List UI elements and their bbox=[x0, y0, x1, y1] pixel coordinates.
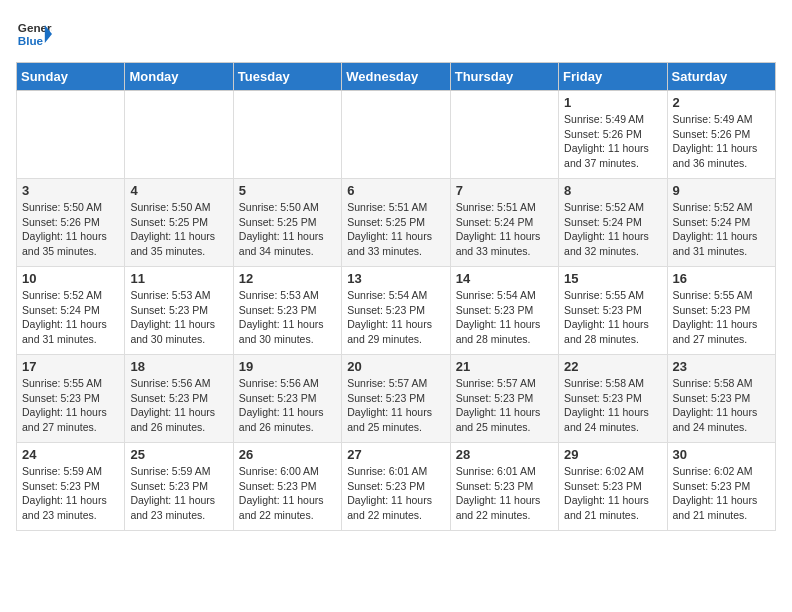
weekday-header-monday: Monday bbox=[125, 63, 233, 91]
day-info: Sunrise: 6:00 AM Sunset: 5:23 PM Dayligh… bbox=[239, 464, 336, 523]
day-number: 4 bbox=[130, 183, 227, 198]
day-number: 30 bbox=[673, 447, 770, 462]
day-info: Sunrise: 5:56 AM Sunset: 5:23 PM Dayligh… bbox=[130, 376, 227, 435]
calendar-cell: 19Sunrise: 5:56 AM Sunset: 5:23 PM Dayli… bbox=[233, 355, 341, 443]
day-number: 21 bbox=[456, 359, 553, 374]
day-info: Sunrise: 5:52 AM Sunset: 5:24 PM Dayligh… bbox=[564, 200, 661, 259]
weekday-header-thursday: Thursday bbox=[450, 63, 558, 91]
day-info: Sunrise: 5:50 AM Sunset: 5:25 PM Dayligh… bbox=[239, 200, 336, 259]
day-number: 22 bbox=[564, 359, 661, 374]
day-info: Sunrise: 5:51 AM Sunset: 5:24 PM Dayligh… bbox=[456, 200, 553, 259]
day-number: 25 bbox=[130, 447, 227, 462]
day-info: Sunrise: 5:57 AM Sunset: 5:23 PM Dayligh… bbox=[456, 376, 553, 435]
day-info: Sunrise: 5:59 AM Sunset: 5:23 PM Dayligh… bbox=[22, 464, 119, 523]
day-info: Sunrise: 5:49 AM Sunset: 5:26 PM Dayligh… bbox=[564, 112, 661, 171]
weekday-header-wednesday: Wednesday bbox=[342, 63, 450, 91]
day-info: Sunrise: 5:54 AM Sunset: 5:23 PM Dayligh… bbox=[456, 288, 553, 347]
logo: General Blue bbox=[16, 16, 52, 52]
day-number: 7 bbox=[456, 183, 553, 198]
day-info: Sunrise: 5:50 AM Sunset: 5:26 PM Dayligh… bbox=[22, 200, 119, 259]
day-number: 23 bbox=[673, 359, 770, 374]
calendar-cell: 4Sunrise: 5:50 AM Sunset: 5:25 PM Daylig… bbox=[125, 179, 233, 267]
calendar-cell: 16Sunrise: 5:55 AM Sunset: 5:23 PM Dayli… bbox=[667, 267, 775, 355]
calendar-cell bbox=[233, 91, 341, 179]
day-info: Sunrise: 5:53 AM Sunset: 5:23 PM Dayligh… bbox=[239, 288, 336, 347]
day-info: Sunrise: 5:54 AM Sunset: 5:23 PM Dayligh… bbox=[347, 288, 444, 347]
day-info: Sunrise: 6:02 AM Sunset: 5:23 PM Dayligh… bbox=[564, 464, 661, 523]
calendar-cell: 10Sunrise: 5:52 AM Sunset: 5:24 PM Dayli… bbox=[17, 267, 125, 355]
calendar-cell: 7Sunrise: 5:51 AM Sunset: 5:24 PM Daylig… bbox=[450, 179, 558, 267]
logo-icon: General Blue bbox=[16, 16, 52, 52]
day-info: Sunrise: 5:57 AM Sunset: 5:23 PM Dayligh… bbox=[347, 376, 444, 435]
calendar-cell: 18Sunrise: 5:56 AM Sunset: 5:23 PM Dayli… bbox=[125, 355, 233, 443]
calendar-cell bbox=[125, 91, 233, 179]
day-number: 19 bbox=[239, 359, 336, 374]
day-info: Sunrise: 6:01 AM Sunset: 5:23 PM Dayligh… bbox=[347, 464, 444, 523]
day-info: Sunrise: 5:53 AM Sunset: 5:23 PM Dayligh… bbox=[130, 288, 227, 347]
day-number: 20 bbox=[347, 359, 444, 374]
day-info: Sunrise: 5:58 AM Sunset: 5:23 PM Dayligh… bbox=[673, 376, 770, 435]
weekday-header-saturday: Saturday bbox=[667, 63, 775, 91]
calendar-cell: 13Sunrise: 5:54 AM Sunset: 5:23 PM Dayli… bbox=[342, 267, 450, 355]
calendar: SundayMondayTuesdayWednesdayThursdayFrid… bbox=[16, 62, 776, 531]
calendar-cell: 28Sunrise: 6:01 AM Sunset: 5:23 PM Dayli… bbox=[450, 443, 558, 531]
calendar-cell: 17Sunrise: 5:55 AM Sunset: 5:23 PM Dayli… bbox=[17, 355, 125, 443]
day-number: 18 bbox=[130, 359, 227, 374]
calendar-cell: 8Sunrise: 5:52 AM Sunset: 5:24 PM Daylig… bbox=[559, 179, 667, 267]
day-info: Sunrise: 5:55 AM Sunset: 5:23 PM Dayligh… bbox=[564, 288, 661, 347]
calendar-cell bbox=[450, 91, 558, 179]
day-number: 12 bbox=[239, 271, 336, 286]
day-info: Sunrise: 5:55 AM Sunset: 5:23 PM Dayligh… bbox=[22, 376, 119, 435]
day-number: 24 bbox=[22, 447, 119, 462]
day-info: Sunrise: 5:49 AM Sunset: 5:26 PM Dayligh… bbox=[673, 112, 770, 171]
calendar-cell: 11Sunrise: 5:53 AM Sunset: 5:23 PM Dayli… bbox=[125, 267, 233, 355]
weekday-header-sunday: Sunday bbox=[17, 63, 125, 91]
day-number: 2 bbox=[673, 95, 770, 110]
calendar-cell: 6Sunrise: 5:51 AM Sunset: 5:25 PM Daylig… bbox=[342, 179, 450, 267]
day-info: Sunrise: 5:52 AM Sunset: 5:24 PM Dayligh… bbox=[673, 200, 770, 259]
day-number: 10 bbox=[22, 271, 119, 286]
calendar-cell: 14Sunrise: 5:54 AM Sunset: 5:23 PM Dayli… bbox=[450, 267, 558, 355]
day-info: Sunrise: 5:58 AM Sunset: 5:23 PM Dayligh… bbox=[564, 376, 661, 435]
calendar-cell: 15Sunrise: 5:55 AM Sunset: 5:23 PM Dayli… bbox=[559, 267, 667, 355]
calendar-week-3: 10Sunrise: 5:52 AM Sunset: 5:24 PM Dayli… bbox=[17, 267, 776, 355]
calendar-cell: 25Sunrise: 5:59 AM Sunset: 5:23 PM Dayli… bbox=[125, 443, 233, 531]
day-number: 13 bbox=[347, 271, 444, 286]
calendar-cell bbox=[342, 91, 450, 179]
calendar-cell: 1Sunrise: 5:49 AM Sunset: 5:26 PM Daylig… bbox=[559, 91, 667, 179]
calendar-cell bbox=[17, 91, 125, 179]
day-info: Sunrise: 5:56 AM Sunset: 5:23 PM Dayligh… bbox=[239, 376, 336, 435]
day-info: Sunrise: 5:59 AM Sunset: 5:23 PM Dayligh… bbox=[130, 464, 227, 523]
day-number: 26 bbox=[239, 447, 336, 462]
day-number: 3 bbox=[22, 183, 119, 198]
day-info: Sunrise: 6:01 AM Sunset: 5:23 PM Dayligh… bbox=[456, 464, 553, 523]
day-info: Sunrise: 5:55 AM Sunset: 5:23 PM Dayligh… bbox=[673, 288, 770, 347]
calendar-cell: 23Sunrise: 5:58 AM Sunset: 5:23 PM Dayli… bbox=[667, 355, 775, 443]
calendar-cell: 30Sunrise: 6:02 AM Sunset: 5:23 PM Dayli… bbox=[667, 443, 775, 531]
day-number: 11 bbox=[130, 271, 227, 286]
day-number: 5 bbox=[239, 183, 336, 198]
day-info: Sunrise: 6:02 AM Sunset: 5:23 PM Dayligh… bbox=[673, 464, 770, 523]
weekday-header-friday: Friday bbox=[559, 63, 667, 91]
day-number: 29 bbox=[564, 447, 661, 462]
day-info: Sunrise: 5:51 AM Sunset: 5:25 PM Dayligh… bbox=[347, 200, 444, 259]
day-number: 1 bbox=[564, 95, 661, 110]
calendar-week-1: 1Sunrise: 5:49 AM Sunset: 5:26 PM Daylig… bbox=[17, 91, 776, 179]
calendar-week-4: 17Sunrise: 5:55 AM Sunset: 5:23 PM Dayli… bbox=[17, 355, 776, 443]
calendar-cell: 26Sunrise: 6:00 AM Sunset: 5:23 PM Dayli… bbox=[233, 443, 341, 531]
calendar-cell: 9Sunrise: 5:52 AM Sunset: 5:24 PM Daylig… bbox=[667, 179, 775, 267]
day-number: 9 bbox=[673, 183, 770, 198]
day-number: 15 bbox=[564, 271, 661, 286]
calendar-cell: 27Sunrise: 6:01 AM Sunset: 5:23 PM Dayli… bbox=[342, 443, 450, 531]
calendar-header-row: SundayMondayTuesdayWednesdayThursdayFrid… bbox=[17, 63, 776, 91]
day-info: Sunrise: 5:52 AM Sunset: 5:24 PM Dayligh… bbox=[22, 288, 119, 347]
day-number: 8 bbox=[564, 183, 661, 198]
calendar-cell: 5Sunrise: 5:50 AM Sunset: 5:25 PM Daylig… bbox=[233, 179, 341, 267]
day-number: 14 bbox=[456, 271, 553, 286]
calendar-cell: 20Sunrise: 5:57 AM Sunset: 5:23 PM Dayli… bbox=[342, 355, 450, 443]
weekday-header-tuesday: Tuesday bbox=[233, 63, 341, 91]
day-number: 16 bbox=[673, 271, 770, 286]
day-number: 17 bbox=[22, 359, 119, 374]
calendar-week-2: 3Sunrise: 5:50 AM Sunset: 5:26 PM Daylig… bbox=[17, 179, 776, 267]
day-number: 27 bbox=[347, 447, 444, 462]
